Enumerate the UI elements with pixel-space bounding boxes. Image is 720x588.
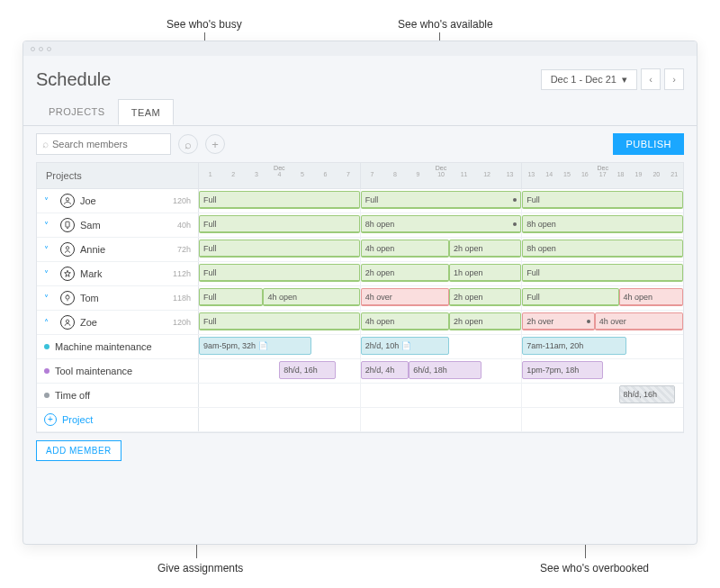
expand-icon[interactable]: ˅ — [44, 221, 55, 231]
avatar-icon — [60, 291, 75, 305]
project-row: Machine maintenance9am-5pm, 32h 📄2h/d, 1… — [37, 335, 683, 359]
tab-projects[interactable]: PROJECTS — [36, 99, 118, 125]
schedule-bar[interactable]: 8h/d, 16h — [279, 361, 336, 379]
avatar-icon — [60, 194, 75, 208]
app-window: Schedule Dec 1 - Dec 21 ▾ ‹ › PROJECTS T… — [22, 41, 698, 545]
schedule-bar[interactable]: Full — [361, 191, 522, 209]
member-row: ˅ Mark 112hFull2h open1h openFull — [37, 262, 683, 286]
schedule-bar[interactable]: 4h open — [263, 288, 359, 306]
timeline-week-header: Dec1234567 — [199, 163, 361, 188]
member-name: Zoe — [80, 317, 97, 328]
date-range-picker[interactable]: Dec 1 - Dec 21 ▾ — [541, 69, 637, 90]
avatar-icon — [60, 218, 75, 232]
schedule-bar[interactable]: 6h/d, 18h — [409, 361, 481, 379]
add-button[interactable]: + — [205, 134, 225, 154]
window-dot — [39, 47, 43, 51]
schedule-bar[interactable]: 2h/d, 4h — [361, 361, 410, 379]
schedule-bar[interactable]: 2h open — [449, 288, 521, 306]
schedule-bar[interactable]: Full — [199, 288, 263, 306]
schedule-bar[interactable]: 9am-5pm, 32h 📄 — [199, 337, 311, 355]
schedule-bar[interactable]: Full — [199, 240, 360, 258]
member-row: ˅ Joe 120hFullFullFull — [37, 189, 683, 213]
search-input-wrapper[interactable]: ⌕ — [36, 133, 171, 155]
search-icon: ⌕ — [42, 138, 49, 150]
member-name: Annie — [80, 244, 105, 255]
schedule-bar[interactable]: 7am-11am, 20h — [522, 337, 626, 355]
callout-assign: Give assignments — [158, 562, 243, 574]
member-name: Mark — [80, 268, 102, 279]
schedule-bar[interactable]: Full — [199, 312, 360, 330]
tab-bar: PROJECTS TEAM — [23, 99, 697, 126]
schedule-bar[interactable]: 2h open — [449, 240, 521, 258]
window-titlebar — [23, 41, 697, 56]
schedule-bar[interactable]: 4h open — [619, 288, 683, 306]
next-period-button[interactable]: › — [664, 68, 684, 90]
member-row: ˄ Zoe 120hFull4h open2h open2h over4h ov… — [37, 311, 683, 335]
project-color-dot — [44, 368, 50, 374]
tab-team[interactable]: TEAM — [118, 99, 175, 125]
schedule-bar[interactable]: Full — [199, 215, 360, 233]
schedule-bar[interactable]: 4h over — [595, 312, 683, 330]
expand-icon[interactable]: ˅ — [44, 269, 55, 279]
schedule-bar[interactable]: 2h/d, 10h 📄 — [361, 337, 449, 355]
callout-available: See who's available — [398, 18, 493, 31]
expand-icon[interactable]: ˄ — [44, 318, 55, 328]
filter-button[interactable]: ⌕ — [178, 134, 198, 154]
window-dot — [47, 47, 51, 51]
schedule-bar[interactable]: Full — [522, 191, 683, 209]
schedule-bar[interactable]: 1h open — [449, 264, 521, 282]
add-member-button[interactable]: ADD MEMBER — [36, 440, 122, 461]
project-name: Tool maintenance — [55, 366, 132, 376]
member-name: Joe — [80, 195, 96, 206]
schedule-bar[interactable]: Full — [199, 191, 360, 209]
member-row: ˅ Tom 118hFull4h open4h over2h openFull4… — [37, 286, 683, 311]
svg-point-2 — [68, 228, 68, 229]
schedule-bar[interactable]: 2h over — [522, 312, 594, 330]
schedule-bar[interactable]: Full — [199, 264, 360, 282]
schedule-bar[interactable]: 4h open — [361, 312, 449, 330]
avatar-icon — [60, 242, 75, 257]
expand-icon[interactable]: ˅ — [44, 245, 55, 255]
project-row: Tool maintenance8h/d, 16h2h/d, 4h6h/d, 1… — [37, 359, 683, 384]
schedule-bar[interactable]: 8h open — [522, 215, 683, 233]
schedule-bar[interactable]: 8h open — [522, 240, 683, 258]
date-range-label: Dec 1 - Dec 21 — [551, 74, 616, 85]
add-project-button[interactable]: +Project — [44, 413, 93, 426]
publish-button[interactable]: PUBLISH — [613, 133, 684, 155]
schedule-bar[interactable]: 4h over — [361, 288, 449, 306]
member-hours: 120h — [173, 318, 191, 327]
prev-period-button[interactable]: ‹ — [641, 68, 661, 90]
schedule-bar[interactable]: 2h open — [361, 264, 449, 282]
expand-icon[interactable]: ˅ — [44, 196, 55, 206]
project-row: Time off8h/d, 16h — [37, 384, 683, 408]
schedule-bar[interactable]: 4h open — [361, 240, 449, 258]
svg-point-4 — [66, 295, 69, 299]
svg-point-5 — [66, 320, 68, 322]
member-hours: 40h — [177, 221, 191, 230]
member-name: Tom — [80, 293, 99, 303]
svg-point-0 — [66, 198, 68, 201]
grid-left-header: Projects — [37, 163, 199, 188]
timeline-week-header: Dec131415161718192021 — [522, 163, 683, 188]
callout-busy: See who's busy — [166, 18, 242, 31]
schedule-bar[interactable]: 8h open — [361, 215, 522, 233]
add-project-label: Project — [62, 414, 93, 425]
member-hours: 120h — [173, 196, 191, 205]
schedule-bar[interactable]: Full — [522, 288, 618, 306]
project-color-dot — [44, 393, 50, 398]
schedule-bar[interactable]: 1pm-7pm, 18h — [522, 361, 602, 379]
schedule-bar[interactable]: 2h open — [449, 312, 521, 330]
member-hours: 112h — [173, 269, 191, 278]
member-row: ˅ Annie 72hFull4h open2h open8h open — [37, 238, 683, 262]
schedule-bar[interactable]: Full — [522, 264, 683, 282]
timeline-week-header: Dec78910111213 — [361, 163, 523, 188]
project-name: Time off — [55, 390, 90, 401]
search-input[interactable] — [52, 139, 176, 149]
window-dot — [31, 47, 35, 51]
expand-icon[interactable]: ˅ — [44, 294, 55, 303]
schedule-bar[interactable]: 8h/d, 16h — [619, 385, 676, 403]
callout-overbooked: See who's overbooked — [540, 562, 649, 574]
avatar-icon — [60, 267, 75, 281]
plus-icon: + — [44, 413, 57, 426]
svg-rect-1 — [66, 222, 69, 227]
